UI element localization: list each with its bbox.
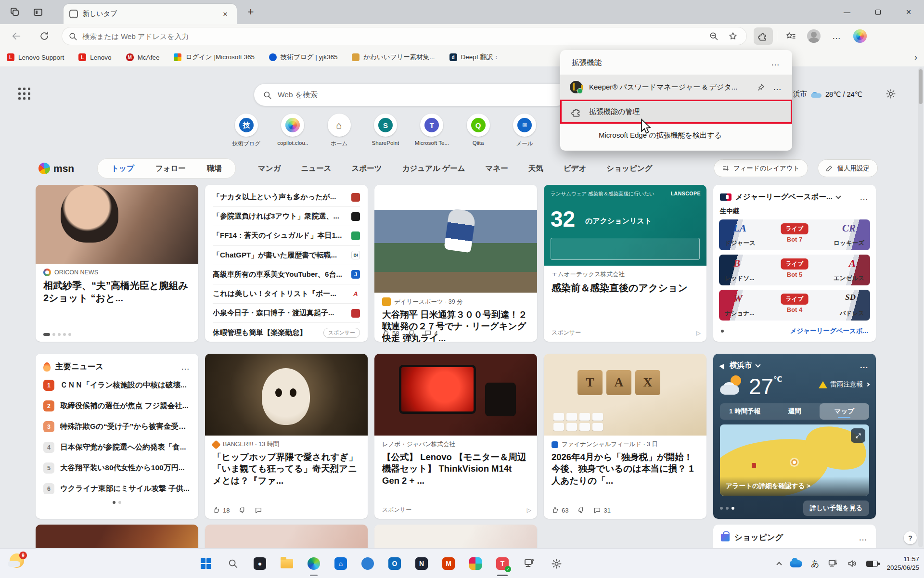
favorites-button[interactable]	[781, 27, 800, 45]
notes-app-button[interactable]: N	[412, 554, 431, 573]
headline-item[interactable]: 「ナカタ以上という声も多かったが...	[213, 188, 360, 207]
taskbar-weather-widget[interactable]: 9	[10, 553, 24, 568]
carousel-dots[interactable]	[43, 333, 71, 336]
edge-button[interactable]	[304, 554, 323, 573]
quick-link[interactable]: SSharePoint	[363, 114, 408, 147]
personalize-button[interactable]: 個人用設定	[818, 159, 878, 177]
tab-weekly[interactable]: 週間	[770, 403, 819, 420]
bookmark-item[interactable]: dDeepL翻訳：	[449, 53, 500, 62]
nav-tab-sports[interactable]: スポーツ	[352, 164, 382, 174]
nav-tab-follow[interactable]: フォロー	[155, 164, 186, 174]
mlb-more-link[interactable]: メジャーリーグベースボ...	[790, 327, 868, 335]
widget-more-button[interactable]: …	[860, 192, 869, 202]
device-tray-icon[interactable]	[828, 558, 838, 569]
dislike-button[interactable]	[577, 506, 585, 514]
weather-location[interactable]: 横浜市	[730, 360, 752, 371]
active-tab[interactable]: … 新しいタブ ✕	[64, 4, 237, 24]
refresh-button[interactable]	[36, 27, 53, 45]
comments-button[interactable]: 4	[424, 329, 437, 337]
weather-map[interactable]: アラートの詳細を確認する >	[720, 424, 869, 496]
carousel-dots[interactable]	[720, 507, 734, 510]
taskbar-search-button[interactable]	[223, 554, 243, 573]
nav-tab-video[interactable]: ビデオ	[564, 164, 587, 174]
dislike-button[interactable]	[408, 329, 415, 337]
like-button[interactable]: 58	[382, 329, 399, 337]
extensions-button[interactable]	[754, 27, 773, 45]
partial-card[interactable]	[205, 525, 368, 548]
headline-item[interactable]: これは美しい！タイトリスト『ボー...A	[213, 284, 360, 304]
close-button[interactable]: ✕	[893, 0, 924, 24]
weather-alert[interactable]: 雷雨注意報	[819, 380, 870, 389]
widget-more-button[interactable]: …	[860, 360, 869, 371]
new-tab-button[interactable]: +	[244, 5, 258, 19]
ime-indicator[interactable]: あ	[811, 558, 819, 569]
alert-details-link[interactable]: アラートの詳細を確認する >	[720, 476, 869, 496]
bookmark-item[interactable]: LLenovo	[78, 53, 111, 61]
top-news-item[interactable]: 2取締役候補の選任が焦点 フジ親会社...	[36, 396, 198, 416]
carousel-dots[interactable]	[721, 330, 747, 333]
settings-button[interactable]	[547, 554, 566, 573]
volume-tray-icon[interactable]	[847, 558, 858, 569]
discover-extensions-item[interactable]: Microsoft Edge の拡張機能を検出する	[560, 124, 792, 147]
m365-app-button[interactable]: M	[439, 554, 458, 573]
nav-tab-weather[interactable]: 天気	[528, 164, 543, 174]
mlb-game-row[interactable]: LA CR ライブBot 7 ドジャース ロッキーズ	[719, 219, 870, 250]
nav-tab-manga[interactable]: マンガ	[258, 164, 281, 174]
widget-more-button[interactable]: …	[859, 533, 868, 543]
quick-link[interactable]: TMicrosoft Te...	[410, 114, 454, 147]
minimize-button[interactable]: —	[832, 0, 862, 24]
partial-card[interactable]	[36, 525, 198, 548]
like-button[interactable]: 18	[213, 506, 230, 514]
tab-actions-icon[interactable]	[30, 4, 46, 20]
zoom-out-button[interactable]	[706, 29, 721, 43]
ad-card-lenovo[interactable]: レノボ・ジャパン株式会社 【公式】 Lenovo 【モニター＆周辺機器セット】 …	[374, 354, 537, 519]
nav-tab-shopping[interactable]: ショッピング	[606, 164, 652, 174]
back-button[interactable]	[8, 27, 25, 45]
app-launcher-icon[interactable]	[18, 88, 31, 100]
headline-item[interactable]: 「ChatGPT」が書いた履歴書で転職...BI	[213, 246, 360, 265]
ad-card-lanscope[interactable]: ランサムウェア 感染前＆感染直後に行いたい LANSCOPE 32 のアクション…	[544, 185, 706, 342]
carousel-dots[interactable]	[36, 499, 198, 504]
page-scrollbar[interactable]	[918, 67, 923, 547]
tab-close-icon[interactable]: ✕	[219, 8, 231, 20]
top-news-item[interactable]: 4日本保守党が参院選へ公約発表「食...	[36, 437, 198, 458]
mlb-game-row[interactable]: B A ライブBot 5 レッドソ... エンゼルス	[719, 255, 870, 285]
start-button[interactable]	[196, 554, 216, 573]
nav-tab-money[interactable]: マネー	[486, 164, 508, 174]
nav-tab-top[interactable]: トップ	[111, 164, 134, 174]
headline-item[interactable]: 高級車所有の車系美女YouTuber、6台...J	[213, 265, 360, 284]
hidden-icons-chevron[interactable]	[777, 561, 781, 566]
address-input[interactable]	[82, 32, 702, 40]
slack-button[interactable]	[466, 554, 485, 573]
news-card-tax[interactable]: TAX ファイナンシャルフィールド · 3 日 2026年4月から「独身税」が開…	[544, 354, 706, 519]
msn-search-input[interactable]	[278, 90, 559, 99]
bookmark-item[interactable]: ログイン |Microsoft 365	[174, 53, 255, 62]
nav-tab-casual-games[interactable]: カジュアル ゲーム	[402, 164, 465, 174]
headline-item[interactable]: 小泉今日子・森口博子・渡辺真起子...	[213, 304, 360, 323]
nav-tab-news[interactable]: ニュース	[301, 164, 331, 174]
partial-card[interactable]	[374, 525, 537, 548]
tab-hourly[interactable]: 1 時間予報	[720, 403, 770, 420]
file-explorer-button[interactable]	[277, 554, 296, 573]
top-news-item[interactable]: 1ＣＮＮ「イラン核施設の中核は破壊...	[36, 375, 198, 396]
extensions-menu-more-button[interactable]: …	[771, 58, 781, 68]
extension-item-keeper[interactable]: Keeper® パスワードマネージャー & デジタ... …	[560, 75, 792, 100]
settings-and-more-button[interactable]: …	[827, 27, 847, 45]
help-button[interactable]: ?	[904, 531, 917, 544]
headline-item[interactable]: 「FF14：蒼天のイシュガルド」本日1...	[213, 226, 360, 245]
manage-extensions-item[interactable]: 拡張機能の管理	[560, 100, 792, 124]
comments-button[interactable]: 31	[593, 506, 610, 514]
profile-button[interactable]	[804, 27, 823, 45]
quick-link[interactable]: 技技術ブログ	[224, 114, 269, 147]
favorite-this-page-button[interactable]	[726, 29, 740, 43]
maximize-button[interactable]	[862, 0, 893, 24]
ad-choices-icon[interactable]: ▷	[696, 330, 701, 336]
chevron-down-icon[interactable]	[835, 193, 841, 199]
taskbar-app-blue-circle[interactable]	[358, 554, 377, 573]
nav-tab-work[interactable]: 職場	[207, 164, 222, 174]
quick-link[interactable]: copilot.clou..	[270, 114, 315, 147]
battery-tray-icon[interactable]	[866, 561, 878, 567]
address-bar[interactable]	[62, 27, 747, 45]
comments-button[interactable]	[255, 506, 262, 514]
onedrive-tray-icon[interactable]	[790, 560, 802, 567]
